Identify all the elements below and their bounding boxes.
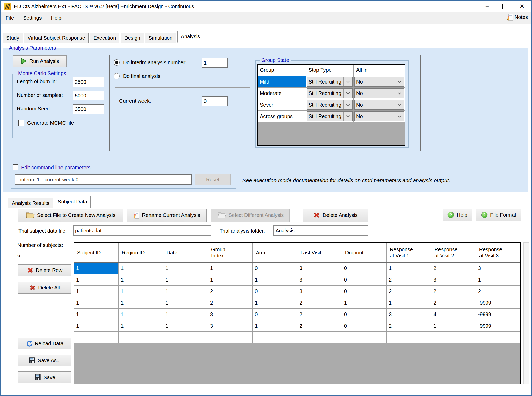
grid-cell[interactable]: 1 bbox=[476, 274, 520, 285]
grid-cell[interactable]: 1 bbox=[119, 263, 163, 274]
tab-execution[interactable]: Execution bbox=[90, 33, 120, 43]
chevron-down-icon[interactable] bbox=[395, 77, 404, 86]
grid-cell[interactable]: 0 bbox=[342, 263, 387, 274]
close-button[interactable]: ✕ bbox=[514, 1, 530, 12]
grid-cell[interactable]: 0 bbox=[342, 286, 387, 297]
rename-analysis-button[interactable]: Rename Current Analysis bbox=[127, 209, 207, 222]
all-in-dropdown[interactable]: No bbox=[354, 111, 405, 122]
grid-cell[interactable]: 0 bbox=[342, 309, 387, 320]
data-file-input[interactable] bbox=[73, 225, 211, 236]
grid-cell[interactable]: 1 bbox=[208, 274, 253, 285]
group-state-group-cell[interactable]: Mild bbox=[258, 76, 306, 87]
group-state-group-cell[interactable]: Moderate bbox=[258, 88, 306, 99]
menu-help[interactable]: Help bbox=[47, 14, 66, 23]
grid-cell[interactable]: 2 bbox=[431, 297, 476, 308]
grid-cell[interactable]: 3 bbox=[297, 263, 342, 274]
reset-button[interactable]: Reset bbox=[195, 174, 231, 185]
grid-cell[interactable]: 1 bbox=[163, 297, 208, 308]
tab-simulation[interactable]: Simulation bbox=[145, 33, 176, 43]
grid-vertical-scrollbar[interactable] bbox=[523, 242, 529, 384]
grid-empty-cell[interactable] bbox=[476, 332, 520, 343]
generate-mcmc-checkbox[interactable] bbox=[18, 120, 24, 126]
notes-button[interactable]: Notes bbox=[507, 13, 528, 21]
stop-type-dropdown[interactable]: Still Recruiting bbox=[306, 88, 354, 99]
grid-cell[interactable]: 0 bbox=[342, 274, 387, 285]
grid-empty-cell[interactable] bbox=[387, 332, 431, 343]
grid-cell[interactable]: 3 bbox=[297, 274, 342, 285]
grid-cell[interactable]: 1 bbox=[119, 309, 163, 320]
delete-all-button[interactable]: Delete All bbox=[18, 282, 71, 294]
grid-cell[interactable]: -9999 bbox=[476, 309, 520, 320]
grid-cell[interactable]: 4 bbox=[431, 309, 476, 320]
burn-in-input[interactable] bbox=[73, 77, 104, 87]
all-in-dropdown[interactable]: No bbox=[354, 88, 405, 99]
grid-cell[interactable]: 1 bbox=[119, 320, 163, 331]
grid-empty-cell[interactable] bbox=[253, 332, 297, 343]
grid-cell[interactable]: 2 bbox=[476, 286, 520, 297]
save-button[interactable]: Save bbox=[18, 371, 71, 383]
all-in-dropdown[interactable]: No bbox=[354, 76, 405, 87]
grid-cell[interactable]: 1 bbox=[74, 309, 119, 320]
grid-empty-cell[interactable] bbox=[119, 332, 163, 343]
tab-virtual-subject-response[interactable]: Virtual Subject Response bbox=[24, 33, 89, 43]
all-in-dropdown[interactable]: No bbox=[354, 99, 405, 110]
menu-settings[interactable]: Settings bbox=[19, 14, 46, 23]
grid-cell[interactable]: 1 bbox=[431, 320, 476, 331]
grid-cell[interactable]: 1 bbox=[74, 297, 119, 308]
grid-cell[interactable]: 1 bbox=[163, 274, 208, 285]
grid-empty-cell[interactable] bbox=[208, 332, 253, 343]
delete-row-button[interactable]: Delete Row bbox=[18, 264, 71, 276]
grid-cell[interactable]: 1 bbox=[163, 320, 208, 331]
grid-cell[interactable]: 1 bbox=[119, 286, 163, 297]
grid-cell[interactable]: 2 bbox=[208, 297, 253, 308]
grid-cell[interactable]: 2 bbox=[387, 320, 431, 331]
grid-cell[interactable]: 2 bbox=[387, 286, 431, 297]
grid-empty-cell[interactable] bbox=[74, 332, 119, 343]
seed-input[interactable] bbox=[73, 104, 104, 114]
grid-cell[interactable]: 2 bbox=[297, 309, 342, 320]
grid-cell[interactable]: 2 bbox=[297, 297, 342, 308]
grid-cell[interactable]: 1 bbox=[74, 274, 119, 285]
grid-cell[interactable]: 3 bbox=[431, 274, 476, 285]
grid-cell[interactable]: 3 bbox=[297, 286, 342, 297]
samples-input[interactable] bbox=[73, 91, 104, 100]
grid-cell[interactable]: 1 bbox=[253, 297, 297, 308]
final-radio[interactable] bbox=[114, 73, 120, 79]
grid-cell[interactable]: 1 bbox=[208, 263, 253, 274]
grid-cell[interactable]: 3 bbox=[208, 309, 253, 320]
grid-cell[interactable]: 3 bbox=[476, 263, 520, 274]
grid-cell[interactable]: -9999 bbox=[476, 297, 520, 308]
menu-file[interactable]: File bbox=[2, 14, 18, 23]
grid-cell[interactable]: 0 bbox=[253, 309, 297, 320]
tab-subject-data[interactable]: Subject Data bbox=[54, 196, 91, 208]
grid-cell[interactable]: 1 bbox=[74, 286, 119, 297]
grid-cell[interactable]: 1 bbox=[74, 263, 119, 274]
grid-cell[interactable]: 2 bbox=[387, 274, 431, 285]
grid-cell[interactable]: -9999 bbox=[476, 320, 520, 331]
grid-empty-cell[interactable] bbox=[163, 332, 208, 343]
save-as-button[interactable]: Save As... bbox=[18, 355, 71, 366]
stop-type-dropdown[interactable]: Still Recruiting bbox=[306, 111, 354, 122]
help-button[interactable]: ? Help bbox=[443, 209, 472, 221]
chevron-down-icon[interactable] bbox=[343, 89, 352, 98]
tab-analysis[interactable]: Analysis bbox=[177, 31, 203, 43]
group-state-group-cell[interactable]: Across groups bbox=[258, 111, 306, 122]
grid-cell[interactable]: 2 bbox=[297, 320, 342, 331]
grid-cell[interactable]: 1 bbox=[253, 320, 297, 331]
chevron-down-icon[interactable] bbox=[343, 77, 352, 86]
grid-cell[interactable]: 0 bbox=[342, 320, 387, 331]
grid-cell[interactable]: 2 bbox=[208, 286, 253, 297]
grid-cell[interactable]: 1 bbox=[163, 286, 208, 297]
cmd-input[interactable] bbox=[15, 174, 192, 185]
grid-cell[interactable]: 2 bbox=[431, 263, 476, 274]
reload-data-button[interactable]: Reload Data bbox=[18, 338, 71, 349]
chevron-down-icon[interactable] bbox=[395, 112, 404, 121]
chevron-down-icon[interactable] bbox=[343, 100, 352, 109]
tab-analysis-results[interactable]: Analysis Results bbox=[8, 198, 53, 208]
grid-cell[interactable]: 1 bbox=[119, 274, 163, 285]
grid-cell[interactable]: 1 bbox=[74, 320, 119, 331]
grid-cell[interactable]: 1 bbox=[119, 297, 163, 308]
grid-empty-cell[interactable] bbox=[297, 332, 342, 343]
grid-cell[interactable]: 1 bbox=[387, 263, 431, 274]
grid-cell[interactable]: 1 bbox=[163, 309, 208, 320]
